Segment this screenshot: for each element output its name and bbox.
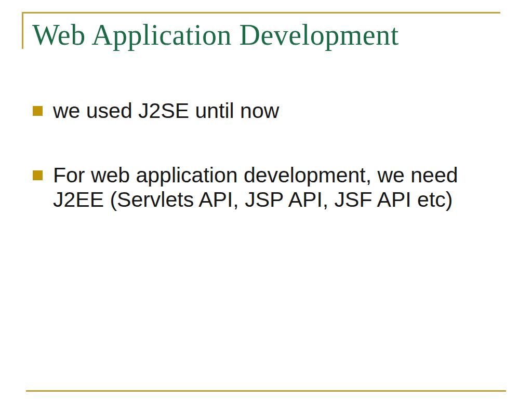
slide-title: Web Application Development bbox=[32, 20, 399, 50]
bullet-square-icon bbox=[33, 106, 43, 116]
bullet-line: J2EE (Servlets API, JSP API, JSF API etc… bbox=[53, 188, 501, 212]
bullet-square-icon bbox=[33, 170, 43, 180]
bullet-item: For web application development, we need… bbox=[33, 163, 501, 212]
bullet-text: we used J2SE until now bbox=[53, 99, 501, 123]
presentation-slide: Web Application Development we used J2SE… bbox=[0, 0, 532, 399]
title-accent-bar bbox=[22, 12, 23, 49]
top-rule bbox=[22, 12, 500, 14]
bullet-item: we used J2SE until now bbox=[33, 99, 501, 123]
bullet-line: For web application development, we need bbox=[53, 163, 501, 188]
bullet-text: For web application development, we need… bbox=[53, 163, 501, 212]
bottom-rule bbox=[26, 390, 506, 392]
bullet-line: we used J2SE until now bbox=[53, 99, 501, 123]
